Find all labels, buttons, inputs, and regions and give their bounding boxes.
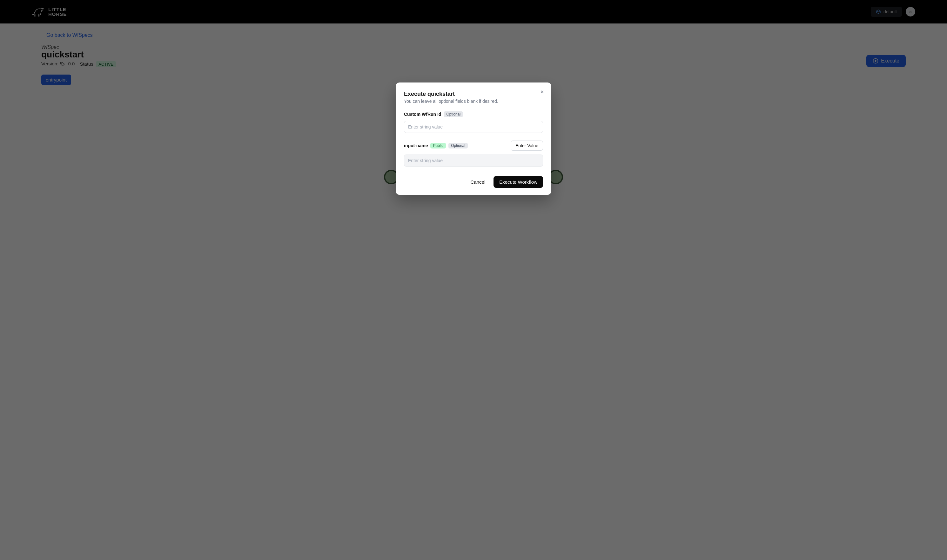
modal-overlay[interactable]: Execute quickstart You can leave all opt… xyxy=(0,0,947,560)
execute-workflow-button[interactable]: Execute Workflow xyxy=(494,176,543,188)
input-name-input xyxy=(404,154,543,166)
enter-value-button[interactable]: Enter Value xyxy=(511,140,543,151)
field2-public-badge: Public xyxy=(430,143,446,148)
custom-wfrun-id-input[interactable] xyxy=(404,121,543,133)
field-custom-wfrun-id: Custom WfRun Id Optional xyxy=(404,111,543,133)
cancel-button[interactable]: Cancel xyxy=(469,177,487,187)
field-input-name: input-name Public Optional Enter Value xyxy=(404,140,543,166)
field2-label: input-name xyxy=(404,143,428,148)
modal-subtitle: You can leave all optional fields blank … xyxy=(404,98,543,104)
close-icon xyxy=(540,89,544,94)
modal-close-button[interactable] xyxy=(538,88,546,97)
field2-optional-badge: Optional xyxy=(449,143,468,148)
execute-modal: Execute quickstart You can leave all opt… xyxy=(396,83,551,195)
field1-label: Custom WfRun Id xyxy=(404,112,441,117)
field1-optional-badge: Optional xyxy=(444,111,463,117)
modal-title: Execute quickstart xyxy=(404,91,543,97)
